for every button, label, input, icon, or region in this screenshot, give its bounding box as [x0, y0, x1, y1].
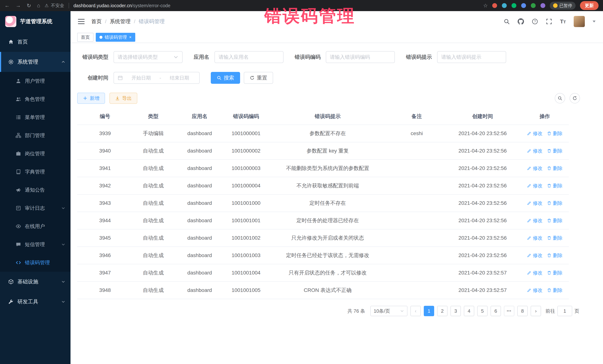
browser-home-icon[interactable]: ⌂: [37, 3, 40, 9]
refresh-icon: [572, 96, 577, 101]
help-icon[interactable]: [532, 18, 538, 25]
cell-type: 自动生成: [133, 212, 174, 229]
tag-error-code-management[interactable]: 错误码管理 ×: [96, 33, 135, 42]
browser-forward-icon[interactable]: →: [16, 3, 21, 9]
collapse-menu-icon[interactable]: [78, 19, 85, 24]
cell-time: 2021-04-20 23:52:56: [445, 247, 521, 264]
page-ellipsis[interactable]: •••: [504, 306, 514, 316]
sidebar-item-post-management[interactable]: 岗位管理: [0, 144, 70, 163]
error-type-select[interactable]: 请选择错误码类型: [114, 51, 183, 63]
next-page-button[interactable]: ›: [531, 306, 541, 316]
sidebar-item-notice-announcement[interactable]: 通知公告: [0, 181, 70, 199]
edit-link[interactable]: 修改: [527, 217, 543, 225]
cell-time: 2021-04-20 23:52:56: [445, 195, 521, 211]
sidebar-item-infrastructure[interactable]: 基础设施: [0, 272, 70, 292]
extension-red-icon[interactable]: [492, 3, 497, 8]
delete-link[interactable]: 删除: [547, 199, 563, 207]
search-icon[interactable]: [504, 18, 510, 25]
browser-back-icon[interactable]: ←: [4, 3, 10, 9]
edit-link[interactable]: 修改: [527, 286, 543, 294]
reset-button[interactable]: 重置: [244, 72, 273, 84]
security-indicator[interactable]: ⚠ 不安全: [45, 3, 64, 9]
sidebar-item-sms-management[interactable]: 短信管理: [0, 235, 70, 254]
page-size-select[interactable]: 10条/页: [370, 306, 407, 316]
export-button[interactable]: 导出: [109, 93, 137, 104]
user-avatar[interactable]: [574, 16, 585, 27]
extension-green-icon[interactable]: [511, 3, 516, 8]
delete-link[interactable]: 删除: [547, 147, 563, 155]
delete-link[interactable]: 删除: [547, 182, 563, 190]
bookmark-star-icon[interactable]: ☆: [483, 3, 488, 9]
sidebar-item-online-users[interactable]: 在线用户: [0, 217, 70, 235]
page-button-8[interactable]: 8: [517, 306, 528, 316]
extension-translate-icon[interactable]: [531, 3, 536, 8]
breadcrumb-home[interactable]: 首页: [91, 18, 102, 25]
sidebar-item-system-management[interactable]: 系统管理: [0, 52, 70, 72]
error-code-input[interactable]: [330, 54, 391, 60]
sidebar-item-error-code-management[interactable]: 错误码管理: [0, 254, 70, 272]
delete-link[interactable]: 删除: [547, 217, 563, 225]
edit-link[interactable]: 修改: [527, 164, 543, 172]
trash-icon: [547, 149, 551, 153]
toggle-search-button[interactable]: [555, 93, 565, 103]
edit-link[interactable]: 修改: [527, 182, 543, 190]
browser-update-button[interactable]: 更新: [580, 1, 599, 10]
browser-refresh-icon[interactable]: ↻: [27, 3, 31, 9]
github-icon[interactable]: [518, 18, 524, 25]
page-button-4[interactable]: 4: [464, 306, 474, 316]
sidebar-item-dict-management[interactable]: 字典管理: [0, 163, 70, 181]
edit-link[interactable]: 修改: [527, 129, 543, 138]
filter-form-row-2: 创建时间 开始日期 - 结束日期 搜索 重置: [77, 72, 596, 84]
edit-link[interactable]: 修改: [527, 199, 543, 207]
edit-link[interactable]: 修改: [527, 234, 543, 242]
fullscreen-icon[interactable]: [546, 18, 552, 25]
refresh-table-button[interactable]: [570, 93, 580, 103]
edit-link[interactable]: 修改: [527, 269, 543, 277]
sidebar-item-dept-management[interactable]: 部门管理: [0, 126, 70, 144]
extension-teal-icon[interactable]: [502, 3, 507, 8]
delete-link[interactable]: 删除: [547, 286, 563, 294]
avatar-caret-icon[interactable]: [593, 21, 596, 22]
sidebar-item-user-management[interactable]: 用户管理: [0, 72, 70, 90]
sidebar-item-audit-log[interactable]: 审计日志: [0, 199, 70, 217]
error-hint-input[interactable]: [441, 54, 502, 60]
page-button-3[interactable]: 3: [451, 306, 461, 316]
delete-link[interactable]: 删除: [547, 234, 563, 242]
prev-page-button[interactable]: ‹: [410, 306, 421, 316]
page-button-6[interactable]: 6: [491, 306, 501, 316]
delete-link[interactable]: 删除: [547, 269, 563, 277]
cell-time: 2021-04-20 23:52:56: [445, 125, 521, 142]
breadcrumb-current: 错误码管理: [139, 18, 165, 25]
date-range-picker[interactable]: 开始日期 - 结束日期: [114, 72, 200, 84]
edit-link[interactable]: 修改: [527, 251, 543, 259]
cell-operations: 修改删除: [521, 230, 569, 246]
page-button-1[interactable]: 1: [424, 306, 434, 316]
extension-purple-icon[interactable]: [541, 3, 545, 8]
cell-hint: 只允许修改为开启或者关闭状态: [267, 230, 389, 246]
delete-link[interactable]: 删除: [547, 129, 563, 138]
plus-icon: [83, 96, 88, 101]
page-button-2[interactable]: 2: [437, 306, 448, 316]
tag-home[interactable]: 首页: [77, 33, 93, 42]
font-size-icon[interactable]: TT: [560, 19, 566, 24]
cell-time: 2021-04-20 23:52:56: [445, 230, 521, 246]
breadcrumb-system[interactable]: 系统管理: [110, 18, 131, 25]
page-button-5[interactable]: 5: [477, 306, 487, 316]
address-bar[interactable]: dashboard.yudao.iocoder.cn/system/error-…: [73, 3, 171, 8]
add-button[interactable]: 新增: [77, 93, 105, 104]
app-logo-row[interactable]: 芋道管理系统: [0, 11, 70, 32]
sidebar-item-role-management[interactable]: 角色管理: [0, 90, 70, 108]
delete-link[interactable]: 删除: [547, 164, 563, 172]
sidebar-item-home[interactable]: 首页: [0, 32, 70, 52]
app-name-input[interactable]: [219, 54, 279, 60]
chat-icon: [16, 242, 21, 247]
paused-badge[interactable]: 已暂停: [550, 2, 576, 10]
sidebar-item-dev-tools[interactable]: 研发工具: [0, 292, 70, 312]
edit-link[interactable]: 修改: [527, 147, 543, 155]
delete-link[interactable]: 删除: [547, 251, 563, 259]
sidebar-item-menu-management[interactable]: 菜单管理: [0, 108, 70, 126]
extension-blue-grid-icon[interactable]: [521, 3, 526, 8]
close-icon[interactable]: ×: [129, 35, 132, 39]
goto-page-input[interactable]: [557, 306, 572, 316]
search-button[interactable]: 搜索: [211, 72, 240, 84]
